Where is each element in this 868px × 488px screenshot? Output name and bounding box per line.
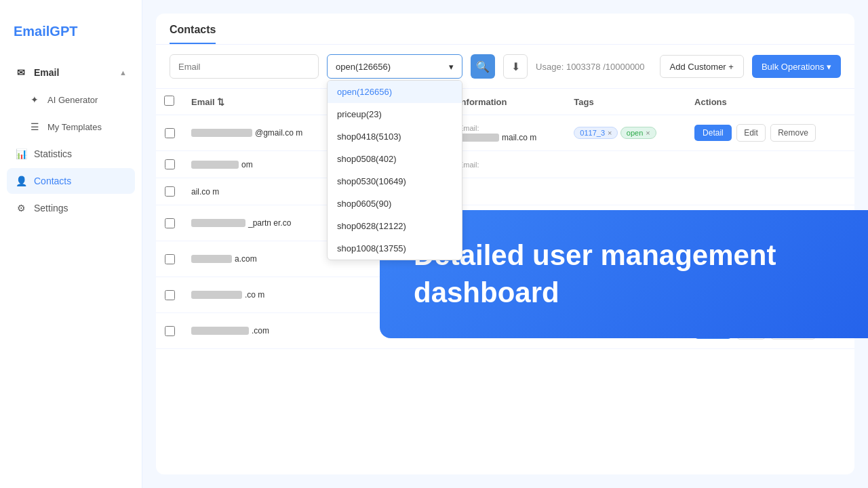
filter-dropdown[interactable]: open(126656) ▾	[327, 54, 462, 79]
col-email: Email ⇅	[183, 89, 339, 115]
row-checkbox[interactable]	[165, 326, 175, 336]
email-cell: _partn er.co	[183, 205, 339, 241]
search-email-input[interactable]	[170, 54, 319, 79]
email-suffix: a.com	[235, 254, 257, 264]
email-blur	[191, 255, 232, 263]
email-cell: .co m	[183, 277, 339, 313]
table-row: @gmail.co m Email: mail.co m	[156, 115, 854, 151]
statistics-icon: 📊	[15, 148, 27, 160]
email-blur	[191, 327, 249, 335]
add-customer-button[interactable]: Add Customer +	[660, 55, 744, 78]
dropdown-option-1[interactable]: priceup(23)	[328, 103, 462, 125]
email-suffix: om	[241, 160, 253, 169]
logo-area: EmailGPT	[0, 14, 142, 60]
logo-text-blue: GPT	[50, 24, 77, 39]
row-checkbox[interactable]	[165, 290, 175, 300]
email-suffix: _partn er.co	[248, 218, 291, 228]
row-checkbox[interactable]	[165, 128, 175, 138]
email-suffix: @gmail.co m	[255, 128, 302, 138]
filter-dropdown-wrapper: open(126656) ▾ open(126656) priceup(23) …	[327, 54, 462, 79]
sidebar-item-settings[interactable]: ⚙ Settings	[7, 195, 135, 221]
row-checkbox[interactable]	[165, 186, 175, 197]
info-suffix: mail.co m	[502, 133, 536, 142]
dropdown-option-3[interactable]: shop0508(402)	[328, 148, 462, 170]
email-blur	[191, 161, 239, 169]
col-information: Information	[450, 89, 566, 115]
row-checkbox-cell	[156, 313, 183, 349]
remove-open-tag-1[interactable]: ×	[646, 129, 650, 137]
info-cell	[450, 178, 566, 205]
main-content: Contacts open(126656) ▾ open(126656) pri…	[142, 0, 868, 488]
filter-value-label: open(126656)	[336, 62, 391, 72]
sidebar-item-my-templates[interactable]: ☰ My Templates	[20, 114, 135, 140]
tag-open-1: open ×	[620, 127, 656, 139]
row-checkbox-cell	[156, 277, 183, 313]
sidebar: EmailGPT ✉ Email ▲ ✦ AI Generator ☰ My T…	[0, 0, 142, 488]
usage-label: Usage: 1003378 /10000000	[536, 62, 644, 72]
logo-text-black: Email	[14, 24, 50, 39]
col-checkbox	[156, 89, 183, 115]
col-tags: Tags	[566, 89, 686, 115]
email-icon: ✉	[15, 66, 27, 79]
actions-cell	[686, 151, 854, 178]
select-all-checkbox[interactable]	[164, 96, 174, 106]
download-button[interactable]: ⬇	[503, 54, 528, 79]
search-button[interactable]: 🔍	[471, 54, 495, 79]
row-checkbox[interactable]	[165, 218, 175, 228]
email-blur	[191, 291, 242, 299]
edit-button[interactable]: Edit	[736, 124, 766, 142]
email-suffix: .co m	[245, 290, 264, 300]
row-checkbox-cell	[156, 115, 183, 151]
fi-cell	[339, 277, 378, 313]
dropdown-option-0[interactable]: open(126656)	[328, 81, 462, 103]
sidebar-item-settings-label: Settings	[34, 203, 68, 214]
row-checkbox[interactable]	[165, 254, 175, 264]
info-cell: Email:	[450, 151, 566, 178]
dropdown-option-7[interactable]: shop1008(13755)	[328, 237, 462, 260]
email-blur	[191, 219, 245, 227]
dropdown-option-2[interactable]: shop0418(5103)	[328, 125, 462, 148]
sidebar-item-email-label: Email	[34, 67, 59, 78]
sidebar-item-ai-label: AI Generator	[47, 95, 98, 105]
banner-line2: dashboard	[414, 274, 834, 312]
table-row: om Email:	[156, 151, 854, 178]
row-checkbox-cell	[156, 205, 183, 241]
info-blur	[458, 134, 499, 142]
contacts-icon: 👤	[15, 175, 27, 187]
row-checkbox-cell	[156, 241, 183, 277]
remove-button[interactable]: Remove	[770, 124, 816, 142]
email-blur	[191, 129, 252, 137]
bulk-operations-button[interactable]: Bulk Operations ▾	[752, 55, 841, 78]
top-bar: open(126656) ▾ open(126656) priceup(23) …	[156, 45, 854, 89]
sidebar-item-statistics[interactable]: 📊 Statistics	[7, 141, 135, 167]
sidebar-item-ai-generator[interactable]: ✦ AI Generator	[20, 87, 135, 113]
col-actions: Actions	[686, 89, 854, 115]
dropdown-chevron-icon: ▾	[449, 62, 454, 72]
email-cell: ail.co m	[183, 178, 339, 205]
sidebar-item-statistics-label: Statistics	[34, 148, 72, 159]
sidebar-item-contacts-label: Contacts	[34, 176, 71, 186]
row-checkbox[interactable]	[165, 159, 175, 169]
detail-button[interactable]: Detail	[694, 125, 732, 141]
sidebar-item-email[interactable]: ✉ Email ▲	[7, 60, 135, 85]
dropdown-option-5[interactable]: shop0605(90)	[328, 192, 462, 215]
email-cell: @gmail.co m	[183, 115, 339, 151]
sidebar-item-contacts[interactable]: 👤 Contacts	[7, 168, 135, 194]
dropdown-option-4[interactable]: shop0530(10649)	[328, 170, 462, 192]
settings-icon: ⚙	[15, 202, 27, 214]
chevron-icon: ▲	[119, 68, 127, 77]
filter-dropdown-menu: open(126656) priceup(23) shop0418(5103) …	[327, 80, 462, 260]
tag-badge-1: 0117_3 ×	[574, 127, 618, 139]
actions-cell	[686, 178, 854, 205]
content-header: Contacts	[156, 14, 854, 45]
contacts-tab[interactable]: Contacts	[170, 24, 216, 44]
bulk-ops-label: Bulk Operations ▾	[762, 62, 831, 72]
row-checkbox-cell	[156, 178, 183, 205]
nav-section: ✉ Email ▲ ✦ AI Generator ☰ My Templates …	[0, 60, 142, 222]
tags-cell	[566, 151, 686, 178]
sidebar-item-templates-label: My Templates	[47, 122, 102, 132]
remove-tag-1[interactable]: ×	[608, 129, 612, 137]
nav-sub-email: ✦ AI Generator ☰ My Templates	[7, 87, 135, 140]
dropdown-option-6[interactable]: shop0628(12122)	[328, 215, 462, 237]
email-cell: a.com	[183, 241, 339, 277]
